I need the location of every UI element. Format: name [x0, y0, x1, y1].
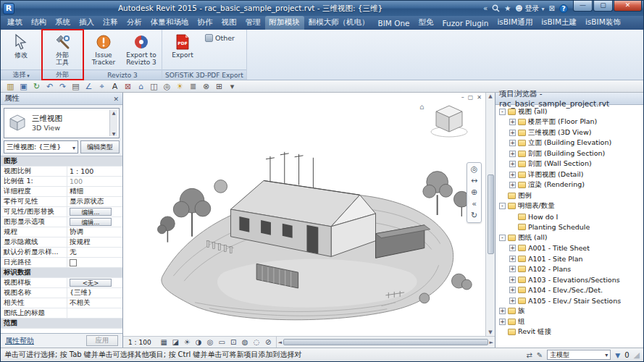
scroll-left-icon[interactable]: ◄	[278, 340, 282, 345]
property-value[interactable]: 按规程	[67, 237, 122, 247]
property-value[interactable]	[67, 258, 122, 267]
redo-icon[interactable]: ↷	[57, 81, 69, 92]
ribbon-tab[interactable]: isBIM通用	[493, 16, 537, 30]
tree-item[interactable]: + 详图视图 (Detail)	[495, 169, 643, 180]
aligned-dimension-icon[interactable]: ⌖	[96, 81, 108, 92]
drawing-canvas[interactable]: – ▢ ✕	[123, 93, 485, 336]
tree-expander-icon[interactable]: -	[499, 203, 506, 209]
ribbon-tab[interactable]: isBIM土建	[537, 16, 581, 30]
scroll-down-icon[interactable]: ▼	[488, 329, 492, 335]
property-row[interactable]: 视图样板 <无>	[1, 278, 122, 288]
modify-button[interactable]: 修改	[3, 31, 39, 69]
property-row[interactable]: 标识数据	[1, 268, 122, 278]
tree-item[interactable]: + A105 - Elev./ Stair Sections	[495, 295, 643, 306]
ribbon-tab[interactable]: isBIM装饰	[581, 16, 625, 30]
qat-customize-icon[interactable]: ▾	[226, 81, 238, 92]
crop-region-visibility-icon[interactable]: ⊡	[229, 337, 238, 348]
property-row[interactable]: 显示隐藏线 按规程	[1, 237, 122, 248]
property-row[interactable]: 默认分析显示样... 无	[1, 248, 122, 258]
tree-expander-icon[interactable]: -	[499, 109, 506, 115]
property-value[interactable]: 1 : 100	[67, 167, 122, 175]
pdf-export-button[interactable]: PDF Export	[164, 31, 201, 69]
type-selector[interactable]: 三维视图 3D View ▲▼	[4, 108, 120, 138]
tree-item[interactable]: + 立面 (Building Elevation)	[495, 138, 643, 149]
tree-item[interactable]: + A104 - Elev./Sec./Det.	[495, 285, 643, 296]
tree-expander-icon[interactable]: +	[499, 308, 506, 314]
close-hidden-windows-icon[interactable]: ⊗	[200, 81, 212, 92]
tree-expander-icon[interactable]: +	[509, 151, 516, 157]
property-row[interactable]: 比例值 1: 100	[1, 177, 122, 187]
resize-grip-icon[interactable]	[634, 350, 640, 360]
tree-item[interactable]: Planting Schedule	[495, 222, 643, 233]
favorites-icon[interactable]: ★	[504, 4, 511, 12]
section-icon[interactable]: ◫	[148, 81, 160, 92]
tree-item[interactable]: + 剖面 (Wall Section)	[495, 159, 643, 170]
ribbon-tab[interactable]: 建筑	[3, 16, 27, 30]
ribbon-tab[interactable]: 体量和场地	[146, 16, 193, 30]
filter-icon[interactable]	[615, 351, 620, 359]
tree-expander-icon[interactable]: +	[509, 256, 516, 262]
property-row[interactable]: 视图比例 1 : 100	[1, 167, 122, 177]
help-icon[interactable]: ?	[559, 4, 568, 13]
panel-label-revizto[interactable]: Revizto 3	[83, 70, 162, 80]
viewcube[interactable]	[429, 101, 469, 141]
exchange-apps-icon[interactable]: ⊠	[549, 4, 555, 12]
panel-label-sofistik[interactable]: SOFiSTiK 3D-PDF Export	[162, 70, 246, 80]
edit-type-button[interactable]: 编辑类型	[80, 140, 120, 153]
close-icon[interactable]	[113, 94, 119, 103]
tree-item[interactable]: Revit 链接	[495, 327, 643, 338]
panel-label-external[interactable]: 外部	[42, 70, 83, 80]
close-button[interactable]	[614, 1, 642, 12]
property-row[interactable]: 规程 协调	[1, 227, 122, 237]
undo-icon[interactable]: ↶	[43, 81, 56, 92]
scrollbar-thumb[interactable]	[488, 174, 494, 254]
orbit-icon[interactable]: ↻	[471, 211, 477, 220]
ribbon-tab[interactable]: 插入	[75, 16, 99, 30]
tree-expander-icon[interactable]: +	[509, 172, 516, 178]
type-selector-scrollbar[interactable]: ▲▼	[109, 110, 117, 136]
properties-header[interactable]: 属性	[1, 93, 122, 105]
tree-item[interactable]: + A001 - Title Sheet	[495, 243, 643, 254]
other-panel-button[interactable]: Other	[205, 34, 235, 42]
callout-icon[interactable]: ◎	[161, 81, 173, 92]
tree-item[interactable]: + 三维视图 (3D View)	[495, 127, 643, 138]
property-value[interactable]: 编辑...	[70, 208, 112, 216]
ribbon-tab[interactable]: 视图	[217, 16, 241, 30]
sync-with-central-icon[interactable]: ↻	[30, 81, 43, 92]
property-value[interactable]: 编辑...	[70, 218, 112, 226]
ribbon-tab[interactable]: Fuzor Plugin	[438, 17, 493, 30]
temporary-hide-isolate-icon[interactable]: ◍	[241, 337, 250, 348]
rendering-dialog-icon[interactable]: ◎	[206, 337, 215, 348]
tree-expander-icon[interactable]: +	[509, 182, 516, 188]
property-value[interactable]: 显示原状态	[67, 197, 122, 206]
project-browser-header[interactable]: 项目浏览器 - rac_basic_sample_project.rvt	[495, 93, 643, 105]
detail-level-icon[interactable]: ▦	[159, 337, 169, 348]
scrollbar-thumb[interactable]	[283, 339, 488, 345]
external-tools-button[interactable]: 外部 工具	[44, 31, 80, 69]
tree-item[interactable]: How do I	[495, 211, 643, 222]
tree-item[interactable]: - 图纸 (all)	[495, 232, 643, 243]
minimize-button[interactable]	[573, 1, 593, 12]
tree-item[interactable]: + 楼层平面 (Floor Plan)	[495, 117, 643, 128]
open-file-icon[interactable]: ▥	[4, 81, 17, 92]
property-value[interactable]: 100	[67, 177, 122, 185]
scroll-right-icon[interactable]: ►	[490, 340, 493, 345]
unlocked-view-icon[interactable]: ⊘	[264, 337, 273, 348]
view-close-icon[interactable]: ✕	[477, 94, 482, 101]
tree-expander-icon[interactable]: -	[499, 235, 506, 241]
properties-help-link[interactable]: 属性帮助	[5, 336, 34, 346]
tree-item[interactable]: + 剖面 (Building Section)	[495, 148, 643, 159]
tree-expander-icon[interactable]: +	[509, 245, 516, 251]
ribbon-tab[interactable]: 附加模块	[265, 16, 304, 30]
collapse-infocenter-icon[interactable]: «	[483, 4, 488, 12]
tree-expander-icon[interactable]: +	[509, 130, 516, 136]
text-icon[interactable]: A	[109, 81, 121, 92]
tag-by-category-icon[interactable]: ⊠	[122, 81, 134, 92]
view-scale-button[interactable]: 1 : 100	[126, 339, 154, 346]
panel-label-select[interactable]: 选择	[1, 70, 41, 80]
search-icon[interactable]	[492, 4, 500, 12]
ribbon-tab[interactable]: 分析	[122, 16, 146, 30]
zoom-icon[interactable]: ⊕	[471, 188, 477, 197]
tree-item[interactable]: + 组	[495, 316, 643, 327]
property-value[interactable]: 无	[67, 248, 122, 257]
